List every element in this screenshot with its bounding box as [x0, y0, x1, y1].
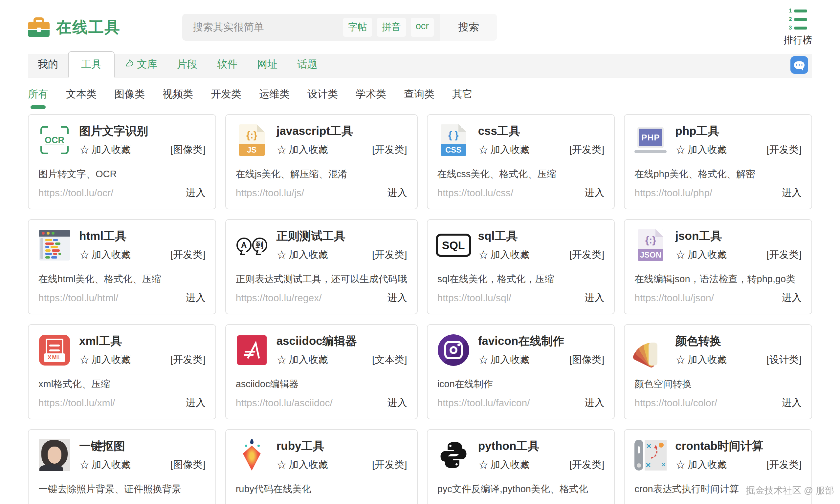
category-tag[interactable]: [图像类] — [570, 353, 605, 366]
search-button[interactable]: 搜索 — [440, 14, 497, 41]
enter-link[interactable]: 进入 — [387, 291, 407, 305]
favorite-button[interactable]: ☆ 加入收藏 — [79, 458, 131, 471]
favorite-label: 加入收藏 — [490, 248, 530, 262]
category-tag[interactable]: [开发类] — [171, 353, 206, 366]
star-icon: ☆ — [79, 354, 90, 366]
site-logo[interactable]: 在线工具 — [28, 17, 121, 38]
category-tag[interactable]: [开发类] — [767, 458, 802, 471]
category-design[interactable]: 设计类 — [308, 87, 338, 109]
category-tag[interactable]: [开发类] — [372, 143, 407, 157]
category-ops[interactable]: 运维类 — [259, 87, 290, 109]
enter-link[interactable]: 进入 — [584, 291, 604, 305]
favorite-label: 加入收藏 — [288, 458, 328, 471]
enter-link[interactable]: 进入 — [387, 186, 407, 199]
enter-link[interactable]: 进入 — [186, 291, 206, 305]
feedback-chat-button[interactable] — [790, 56, 808, 74]
favorite-button[interactable]: ☆ 加入收藏 — [675, 458, 727, 471]
enter-link[interactable]: 进入 — [782, 396, 802, 410]
category-image[interactable]: 图像类 — [114, 87, 145, 109]
favorite-button[interactable]: ☆ 加入收藏 — [277, 353, 328, 366]
tool-url: https://tool.lu/sql/ — [437, 292, 511, 304]
favorite-button[interactable]: ☆ 加入收藏 — [79, 248, 131, 262]
favorite-button[interactable]: ☆ 加入收藏 — [478, 353, 530, 366]
favorite-button[interactable]: ☆ 加入收藏 — [478, 458, 530, 471]
tool-description: icon在线制作 — [437, 378, 605, 391]
category-tag[interactable]: [开发类] — [570, 248, 605, 262]
category-tag[interactable]: [开发类] — [171, 248, 206, 262]
tool-title: xml工具 — [79, 334, 206, 348]
star-icon: ☆ — [478, 249, 489, 261]
favorite-label: 加入收藏 — [91, 353, 131, 366]
enter-link[interactable]: 进入 — [186, 396, 206, 410]
category-tag[interactable]: [图像类] — [171, 143, 206, 157]
hot-tag[interactable]: ocr — [411, 18, 434, 37]
tool-description: 正则表达式测试工具，还可以生成代码哦 — [236, 273, 407, 286]
favorite-button[interactable]: ☆ 加入收藏 — [675, 248, 727, 262]
tab-snippets[interactable]: 片段 — [167, 52, 207, 77]
ranking-link[interactable]: 1 2 3 排行榜 — [784, 7, 812, 47]
enter-link[interactable]: 进入 — [387, 396, 407, 410]
tab-urls[interactable]: 网址 — [247, 52, 287, 77]
category-tag[interactable]: [图像类] — [171, 458, 206, 471]
favorite-button[interactable]: ☆ 加入收藏 — [478, 143, 530, 157]
tab-mine[interactable]: 我的 — [28, 52, 68, 77]
tool-url: https://tool.lu/json/ — [634, 292, 714, 304]
category-academic[interactable]: 学术类 — [356, 87, 386, 109]
html-editor-icon — [38, 229, 71, 261]
cards-grid: OCR 图片文字识别 ☆ 加入收藏 [图像类] 图片转文字、OCR https:… — [28, 114, 812, 504]
tab-software[interactable]: 软件 — [207, 52, 247, 77]
category-tag[interactable]: [开发类] — [767, 248, 802, 262]
category-tag[interactable]: [开发类] — [570, 143, 605, 157]
category-text[interactable]: 文本类 — [66, 87, 97, 109]
tool-description: 图片转文字、OCR — [38, 168, 206, 181]
category-dev[interactable]: 开发类 — [211, 87, 241, 109]
enter-link[interactable]: 进入 — [782, 291, 802, 305]
tool-description: sql在线美化，格式化，压缩 — [437, 273, 605, 286]
category-tag[interactable]: [开发类] — [372, 248, 407, 262]
category-tag[interactable]: [文本类] — [372, 353, 407, 366]
favorite-label: 加入收藏 — [490, 458, 530, 471]
tab-topics[interactable]: 话题 — [287, 52, 327, 77]
category-tag[interactable]: [开发类] — [372, 458, 407, 471]
favorite-button[interactable]: ☆ 加入收藏 — [478, 248, 530, 262]
enter-link[interactable]: 进入 — [584, 396, 604, 410]
ranking-label: 排行榜 — [784, 34, 812, 47]
briefcase-icon — [28, 17, 50, 37]
favorite-button[interactable]: ☆ 加入收藏 — [675, 353, 727, 366]
category-all[interactable]: 所有 — [28, 87, 48, 109]
favorite-button[interactable]: ☆ 加入收藏 — [277, 143, 328, 157]
tool-url: https://tool.lu/xml/ — [38, 397, 115, 409]
category-other[interactable]: 其它 — [452, 87, 473, 109]
favorite-label: 加入收藏 — [490, 353, 530, 366]
sql-badge-icon: SQL — [437, 229, 470, 261]
tool-description: 一键去除照片背景、证件照换背景 — [38, 483, 206, 496]
tool-card: 颜色转换 ☆ 加入收藏 [设计类] 颜色空间转换 https://tool.lu… — [624, 324, 812, 419]
favorite-label: 加入收藏 — [288, 248, 328, 262]
favorite-button[interactable]: ☆ 加入收藏 — [79, 353, 131, 366]
tool-card: PHP php工具 ☆ 加入收藏 [开发类] 在线php美化、格式化、解密 ht… — [624, 114, 812, 209]
category-query[interactable]: 查询类 — [404, 87, 435, 109]
tool-card: python工具 ☆ 加入收藏 [开发类] pyc文件反编译,python美化、… — [427, 429, 615, 504]
favorite-label: 加入收藏 — [91, 458, 131, 471]
favorite-button[interactable]: ☆ 加入收藏 — [675, 143, 727, 157]
favorite-button[interactable]: ☆ 加入收藏 — [277, 248, 328, 262]
enter-link[interactable]: 进入 — [186, 186, 206, 199]
category-tag[interactable]: [开发类] — [570, 458, 605, 471]
search-input[interactable] — [193, 21, 343, 33]
favorite-button[interactable]: ☆ 加入收藏 — [79, 143, 131, 157]
category-video[interactable]: 视频类 — [162, 87, 193, 109]
category-tag[interactable]: [开发类] — [767, 143, 802, 157]
hot-tag[interactable]: 字帖 — [343, 18, 372, 37]
favorite-label: 加入收藏 — [688, 458, 727, 471]
tab-library[interactable]: 文库 — [115, 52, 167, 77]
tool-description: xml格式化、压缩 — [38, 378, 206, 391]
hot-tag[interactable]: 拼音 — [377, 18, 406, 37]
favorite-button[interactable]: ☆ 加入收藏 — [277, 458, 328, 471]
enter-link[interactable]: 进入 — [782, 186, 802, 199]
star-icon: ☆ — [478, 354, 489, 366]
ranking-list-icon: 1 2 3 — [789, 7, 807, 31]
category-tag[interactable]: [设计类] — [767, 353, 802, 366]
tab-tools[interactable]: 工具 — [68, 51, 115, 77]
enter-link[interactable]: 进入 — [584, 186, 604, 199]
tool-title: asciidoc编辑器 — [277, 334, 407, 348]
